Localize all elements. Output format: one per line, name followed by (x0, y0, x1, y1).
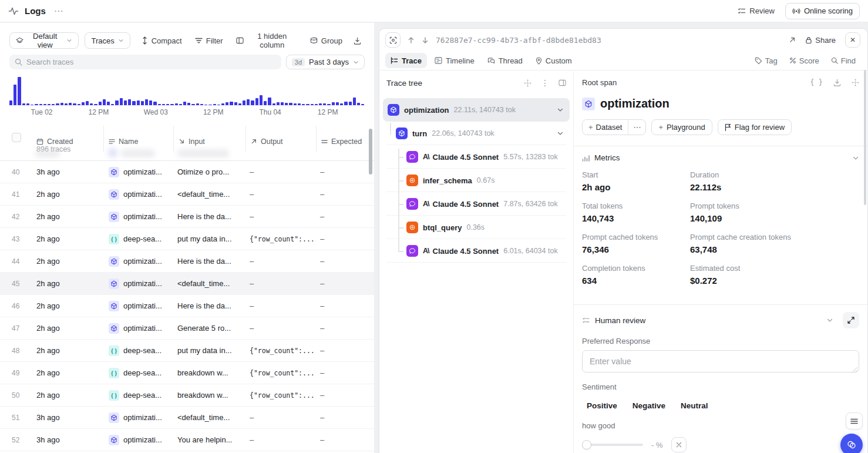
expand-review-button[interactable] (843, 312, 859, 328)
table-row[interactable]: 462h agooptimizati...Here is the da...–– (0, 295, 374, 317)
clear-score-button[interactable] (671, 437, 687, 452)
metric-value: 76,346 (582, 244, 690, 254)
close-panel-button[interactable]: ✕ (845, 32, 860, 48)
next-trace-button[interactable] (422, 36, 429, 44)
move-icon[interactable] (524, 79, 531, 87)
trace-tree-row[interactable]: turn22.06s, 140743 tok (383, 122, 570, 145)
preferred-response-input[interactable] (582, 350, 859, 373)
column-header-expected[interactable]: Expected (316, 126, 374, 152)
column-header-output[interactable]: Output (245, 126, 316, 152)
column-header-input[interactable]: Input (173, 126, 245, 152)
column-header-name[interactable]: Name (103, 126, 173, 152)
table-row[interactable]: 442h agooptimizati...Here is the da...–– (0, 250, 374, 273)
table-row[interactable]: 482h ago()deep-sea...put my data in...{"… (0, 340, 374, 362)
tag-button[interactable]: Tag (750, 56, 782, 65)
tree-connector (398, 251, 403, 252)
tab-timeline[interactable]: Timeline (429, 53, 480, 68)
table-row[interactable]: 502h ago()deep-sea...breakdown w...{"row… (0, 384, 374, 407)
span-metrics: 5.57s, 13283 tok (503, 153, 557, 161)
trace-tree-row[interactable]: A\Claude 4.5 Sonnet6.01s, 64034 tok (383, 239, 570, 263)
group-button[interactable]: Group (305, 32, 348, 49)
cell-created: 2h ago (32, 234, 103, 243)
table-row[interactable]: 523h agooptimizati...You are helpin...–– (0, 429, 374, 451)
time-range-selector[interactable]: 3d Past 3 days (286, 55, 365, 69)
traces-selector[interactable]: Traces (85, 32, 130, 49)
table-row[interactable]: 452h agooptimizati...<default_time...–– (0, 273, 374, 295)
kebab-menu-icon[interactable]: ⋮ (541, 78, 549, 88)
flag-for-review-button[interactable]: Flag for review (718, 119, 792, 135)
download-icon[interactable] (833, 79, 841, 86)
panel-layout-icon[interactable] (559, 79, 566, 86)
trace-tree-row[interactable]: btql_query0.36s (383, 216, 570, 239)
chevron-down-icon[interactable] (557, 106, 564, 113)
previous-trace-button[interactable] (408, 36, 415, 44)
left-scrollbar-thumb[interactable] (369, 129, 372, 175)
trace-tree-row[interactable]: A\Claude 4.5 Sonnet5.57s, 13283 tok (383, 145, 570, 169)
table-row[interactable]: 472h agooptimizati...Generate 5 ro...–– (0, 317, 374, 340)
chevron-down-icon[interactable] (557, 130, 564, 137)
row-number: 48 (0, 347, 32, 355)
filter-button[interactable]: Filter (190, 32, 228, 49)
table-row[interactable]: 422h agooptimizati...Here is the da...–– (0, 206, 374, 228)
review-button[interactable]: Review (735, 4, 777, 18)
search-icon (831, 57, 838, 64)
score-button[interactable]: Score (785, 56, 824, 65)
share-button[interactable]: Share (803, 33, 838, 47)
collapse-metrics-chevron[interactable] (852, 155, 859, 162)
axis-tick-label: Tue 02 (31, 108, 53, 116)
trace-tree-row[interactable]: A\Claude 4.5 Sonnet7.87s, 63426 tok (383, 192, 570, 216)
dataset-more-button[interactable]: ⋯ (628, 120, 645, 135)
slider-thumb[interactable] (582, 440, 591, 449)
collapse-review-chevron[interactable] (826, 317, 833, 324)
bar-chart-icon (582, 155, 590, 162)
sentiment-option-positive[interactable]: Positive (582, 398, 622, 413)
metric-label: Start (582, 170, 690, 179)
metric-label: Prompt cached tokens (582, 233, 690, 241)
score-slider[interactable] (582, 440, 643, 449)
span-metrics: 0.67s (477, 176, 495, 184)
json-view-icon[interactable]: { } (810, 78, 823, 86)
move-icon[interactable] (852, 79, 859, 86)
table-row[interactable]: 492h ago()deep-sea...breakdown w...{"row… (0, 362, 374, 384)
arrow-out-icon (251, 138, 257, 145)
hidden-columns-button[interactable]: 1 hidden column (231, 32, 302, 49)
review-queue-button[interactable] (846, 412, 863, 429)
find-button[interactable]: Find (826, 56, 860, 65)
table-row[interactable]: 412h agooptimizati...<default_time...–– (0, 183, 374, 206)
tab-trace[interactable]: Trace (385, 53, 427, 68)
search-input[interactable]: Search traces (9, 55, 281, 69)
export-button[interactable] (350, 32, 365, 49)
assistant-fab[interactable] (840, 434, 863, 453)
sentiment-option-neutral[interactable]: Neutral (676, 398, 713, 413)
tab-custom[interactable]: Custom (530, 53, 577, 68)
table-row[interactable]: 513h agooptimizati...<default_time...–– (0, 407, 374, 429)
table-row[interactable]: 432h ago()deep-sea...put my data in...{"… (0, 228, 374, 250)
trace-tree-row[interactable]: optimization22.11s, 140743 tok (383, 98, 570, 122)
online-scoring-button[interactable]: Online scoring (785, 3, 860, 19)
table-row[interactable]: 403h agooptimizati...Otimize o pro...–– (0, 161, 374, 183)
span-label: btql_query (423, 223, 462, 232)
page-menu-button[interactable]: ⋯ (52, 4, 66, 18)
open-playground-button[interactable]: + Playground (651, 119, 712, 135)
filter-icon (195, 37, 203, 44)
open-external-button[interactable] (789, 36, 796, 43)
cell-expected: – (316, 190, 374, 199)
row-number: 43 (0, 235, 32, 243)
span-metrics: 7.87s, 63426 tok (503, 200, 557, 208)
cell-expected: – (316, 324, 374, 333)
tab-thread[interactable]: Thread (482, 53, 528, 68)
histogram-bar (9, 100, 12, 105)
cube-icon (109, 167, 119, 177)
trace-tree-row[interactable]: infer_schema0.67s (383, 169, 570, 192)
select-all-checkbox[interactable] (12, 133, 21, 142)
add-to-dataset-button[interactable]: + Dataset (583, 120, 628, 135)
right-scrollbar-thumb[interactable] (864, 70, 866, 205)
cell-input: <default_time... (173, 279, 245, 288)
sentiment-option-negative[interactable]: Negative (628, 398, 670, 413)
view-selector[interactable]: Default view (9, 32, 79, 49)
focus-span-button[interactable] (385, 32, 401, 48)
compact-toggle[interactable]: Compact (136, 32, 187, 49)
chat-bubbles-icon (487, 57, 495, 64)
histogram-bar (103, 99, 106, 105)
cell-output: – (245, 435, 316, 444)
